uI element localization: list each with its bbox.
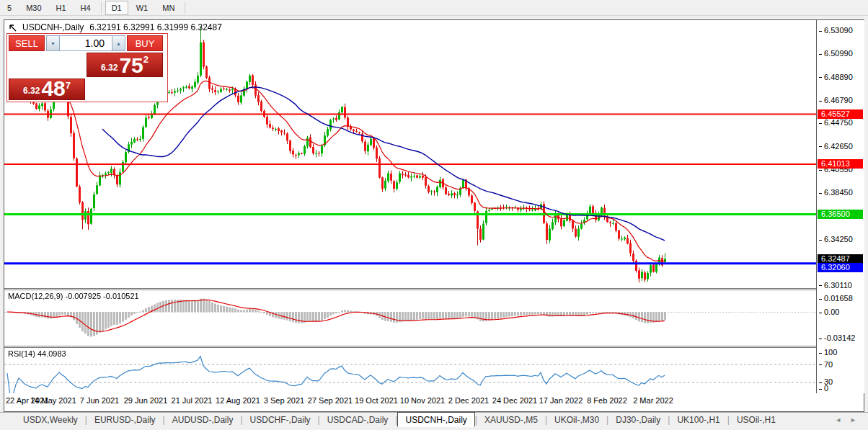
date-axis-label: 14 May 2021 (30, 396, 76, 405)
date-axis-label: 2 Dec 2021 (448, 396, 489, 405)
date-axis-label: 21 Jul 2021 (172, 396, 213, 405)
sell-price-sup: 7 (66, 80, 71, 91)
chart-ohlc-values: 6.32191 6.32991 6.31999 6.32487 (89, 22, 222, 32)
volume-input[interactable]: 1.00 (60, 35, 112, 51)
buy-price-big: 75 (119, 56, 143, 75)
price-marker-6.32060: 6.32060 (818, 263, 863, 272)
date-axis-label: 17 Jan 2022 (539, 396, 583, 405)
volume-stepper: ▼ 1.00 ▲ (46, 35, 125, 51)
date-axis-label: 2 Mar 2022 (633, 396, 673, 405)
timeframe-button-mn[interactable]: MN (156, 1, 181, 15)
date-axis-label: 8 Feb 2022 (587, 396, 627, 405)
rsi-indicator-label: RSI(14) 44.0983 (8, 349, 66, 358)
price-axis-tick: 6.48890 (819, 73, 853, 81)
price-axis-tick: 6.46790 (819, 96, 853, 104)
rsi-axis-label: 70 (819, 360, 833, 369)
volume-increase-button[interactable]: ▲ (112, 35, 125, 51)
sell-button[interactable]: SELL (9, 35, 45, 51)
chart-title: USDCNH-,Daily 6.32191 6.32991 6.31999 6.… (8, 22, 222, 32)
chart-tab-ukoil-m30[interactable]: UKOil-,M30 (547, 413, 606, 426)
chart-tab-eurusd-daily[interactable]: EURUSD-,Daily (87, 413, 163, 426)
sell-price-small: 6.32 (23, 86, 40, 96)
price-marker-6.41013: 6.41013 (818, 159, 863, 169)
price-axis-tick: 6.50990 (819, 49, 853, 58)
macd-axis-label: 0.01658 (819, 294, 853, 303)
price-marker-6.36500: 6.36500 (818, 210, 863, 219)
timeframe-button-h4[interactable]: H4 (74, 1, 97, 15)
chart-cursor-icon (8, 23, 17, 32)
chart-tab-usdx-weekly[interactable]: USDX,Weekly (16, 413, 85, 426)
price-axis-tick: 6.30110 (819, 281, 852, 290)
chart-window: USDCNH-,Daily 6.32191 6.32991 6.31999 6.… (4, 19, 864, 412)
price-axis-tick: 6.38450 (819, 188, 853, 197)
macd-axis-label: 0.00 (819, 308, 839, 316)
chart-tab-usdchf-daily[interactable]: USDCHF-,Daily (243, 413, 318, 426)
rsi-axis-label: 0 (819, 384, 828, 393)
toolbar-separator (185, 2, 185, 14)
date-axis-label: 29 Jun 2021 (124, 396, 168, 405)
timeframe-button-m30[interactable]: M30 (19, 1, 48, 15)
chart-tab-usdcad-daily[interactable]: USDCAD-,Daily (320, 413, 396, 426)
terminal-window: 5M30H1H4D1W1MN USDCNH-,Daily 6.32191 6.3… (0, 0, 868, 430)
sell-price-big: 48 (41, 79, 65, 98)
tab-scroll-left-icon[interactable]: ◄ (835, 416, 841, 424)
macd-axis-label: -0.03142 (819, 333, 855, 342)
date-axis-label: 12 Aug 2021 (216, 396, 260, 405)
buy-price-small: 6.32 (101, 63, 118, 73)
chart-tab-usoil-h1[interactable]: USOil-,H1 (730, 413, 783, 426)
price-axis-tick: 6.44750 (819, 118, 853, 127)
chart-symbol-period: USDCNH-,Daily (22, 22, 84, 32)
price-axis[interactable]: 6.530906.509906.488906.467906.447506.426… (816, 20, 864, 393)
timeframe-toolbar: 5M30H1H4D1W1MN (0, 0, 868, 16)
price-axis-tick: 6.42650 (819, 142, 853, 151)
date-axis-label: 19 Oct 2021 (355, 396, 398, 405)
price-marker-6.32487: 6.32487 (818, 254, 863, 264)
timeframe-button-d1[interactable]: D1 (105, 1, 128, 15)
price-axis-tick: 6.34250 (819, 235, 853, 243)
date-axis[interactable]: 22 Apr 202114 May 20217 Jun 202129 Jun 2… (4, 393, 816, 411)
chart-tab-bar: USDX,Weekly|EURUSD-,Daily|AUDUSD-,Daily|… (0, 412, 868, 427)
chart-tab-usdcnh-daily[interactable]: USDCNH-,Daily (397, 412, 474, 427)
chart-tab-xauusd-m5[interactable]: XAUUSD-,M5 (477, 413, 545, 426)
sell-price-display[interactable]: 6.32 48 7 (9, 79, 85, 100)
macd-indicator-label: MACD(12,26,9) -0.007925 -0.010521 (8, 292, 139, 300)
rsi-axis-label: 100 (819, 348, 837, 357)
date-axis-label: 24 Dec 2021 (492, 396, 537, 405)
toolbar-separator (101, 2, 102, 14)
date-axis-label: 27 Sep 2021 (308, 396, 353, 405)
chart-tab-audusd-daily[interactable]: AUDUSD-,Daily (165, 413, 241, 426)
buy-button[interactable]: BUY (127, 35, 163, 51)
date-axis-label: 10 Nov 2021 (400, 396, 445, 405)
price-marker-6.45527: 6.45527 (818, 109, 863, 119)
timeframe-button-h1[interactable]: H1 (50, 1, 73, 15)
chart-tab-dj30-daily[interactable]: DJ30-,Daily (608, 413, 668, 426)
one-click-trading-panel: SELL ▼ 1.00 ▲ BUY 6.32 48 7 6.32 75 2 (6, 33, 168, 102)
chart-tab-uk100-h1[interactable]: UK100-,H1 (670, 413, 727, 426)
buy-price-display[interactable]: 6.32 75 2 (87, 53, 163, 77)
date-axis-label: 7 Jun 2021 (80, 396, 119, 405)
volume-decrease-button[interactable]: ▼ (46, 35, 60, 51)
tab-scroll-right-icon[interactable]: ► (850, 416, 856, 424)
price-axis-tick: 6.53090 (819, 26, 853, 35)
buy-price-sup: 2 (143, 54, 149, 65)
timeframe-button-w1[interactable]: W1 (130, 1, 155, 15)
date-axis-label: 3 Sep 2021 (264, 396, 304, 405)
timeframe-button-5[interactable]: 5 (1, 1, 18, 15)
